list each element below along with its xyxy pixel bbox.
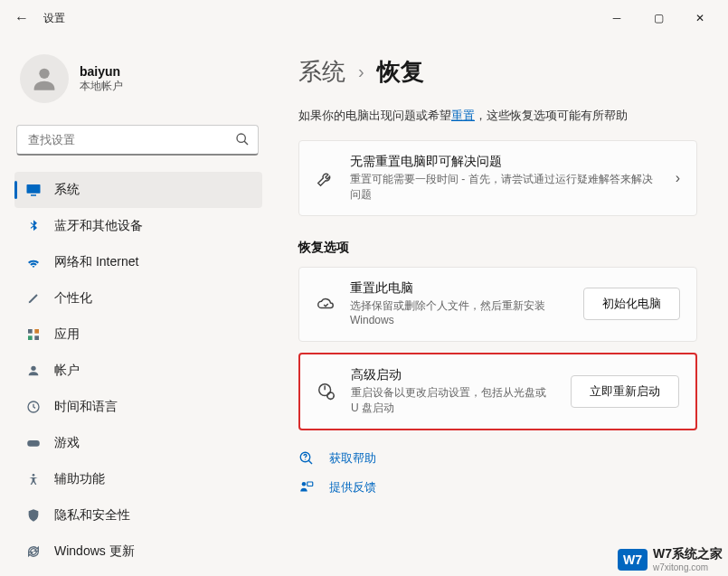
svg-point-12 [33,474,35,477]
svg-point-14 [327,392,334,399]
feedback-icon [298,479,315,496]
get-help-label: 获取帮助 [329,450,376,467]
nav-label: 时间和语言 [54,399,118,415]
troubleshoot-title: 无需重置电脑即可解决问题 [350,154,661,170]
svg-line-16 [308,460,312,464]
window-title: 设置 [43,11,65,26]
apps-icon [25,326,42,343]
nav-network[interactable]: 网络和 Internet [14,244,262,280]
svg-point-1 [237,134,245,142]
shield-icon [25,507,42,524]
nav-apps[interactable]: 应用 [14,316,262,353]
watermark-url: w7xitong.com [653,562,723,572]
watermark: W7 W7系统之家 w7xitong.com [618,546,723,572]
svg-rect-18 [307,482,313,486]
minimize-button[interactable]: ─ [596,4,638,33]
nav-label: 辅助功能 [54,471,105,487]
svg-rect-8 [34,335,39,340]
chevron-right-icon: › [676,170,680,186]
troubleshoot-desc: 重置可能需要一段时间 - 首先，请尝试通过运行疑难解答来解决问题 [350,172,661,203]
wrench-icon [316,168,336,188]
svg-rect-5 [28,329,33,334]
feedback-label: 提供反馈 [329,479,376,496]
advanced-startup-desc: 重启设备以更改启动设置，包括从光盘或 U 盘启动 [351,385,556,416]
person-icon [25,363,42,379]
nav-accounts[interactable]: 帐户 [14,353,262,389]
nav-accessibility[interactable]: 辅助功能 [14,461,262,497]
brush-icon [25,290,42,307]
nav-system[interactable]: 系统 [14,172,262,208]
nav-list: 系统 蓝牙和其他设备 网络和 Internet 个性化 应用 [14,172,271,570]
nav-label: Windows 更新 [54,543,135,560]
troubleshoot-card[interactable]: 无需重置电脑即可解决问题 重置可能需要一段时间 - 首先，请尝试通过运行疑难解答… [298,140,697,216]
advanced-startup-card: 高级启动 重启设备以更改启动设置，包括从光盘或 U 盘启动 立即重新启动 [298,353,697,430]
maximize-button[interactable]: ▢ [638,4,679,33]
titlebar: ← 设置 ─ ▢ ✕ [0,0,728,36]
svg-rect-11 [27,440,40,447]
accessibility-icon [25,471,42,487]
main-content: 系统 › 恢复 如果你的电脑出现问题或希望重置，这些恢复选项可能有所帮助 无需重… [271,36,728,576]
svg-rect-7 [28,335,33,340]
reset-pc-title: 重置此电脑 [350,280,569,297]
cloud-reset-icon [316,294,336,314]
intro-text: 如果你的电脑出现问题或希望重置，这些恢复选项可能有所帮助 [298,108,697,124]
nav-label: 帐户 [54,363,80,379]
update-icon [25,543,42,560]
avatar [20,54,69,103]
nav-label: 游戏 [54,435,80,451]
reset-pc-card: 重置此电脑 选择保留或删除个人文件，然后重新安装 Windows 初始化电脑 [298,267,697,343]
nav-personalization[interactable]: 个性化 [14,280,262,316]
get-help-link[interactable]: 获取帮助 [298,450,697,467]
power-gear-icon [317,382,336,401]
watermark-badge: W7 [618,549,648,571]
nav-gaming[interactable]: 游戏 [14,425,262,461]
nav-time-language[interactable]: 时间和语言 [14,389,262,425]
recovery-options-title: 恢复选项 [298,240,697,256]
nav-label: 个性化 [54,290,92,307]
svg-rect-6 [34,329,39,334]
restart-now-button[interactable]: 立即重新启动 [571,375,679,408]
profile[interactable]: baiyun 本地帐户 [14,45,271,121]
clock-icon [25,399,42,415]
svg-point-9 [31,366,35,371]
nav-label: 蓝牙和其他设备 [54,218,143,234]
search-input[interactable] [16,125,259,156]
help-icon [298,450,315,467]
advanced-startup-title: 高级启动 [351,367,556,383]
reset-pc-desc: 选择保留或删除个人文件，然后重新安装 Windows [350,298,569,329]
gamepad-icon [25,435,42,451]
nav-label: 应用 [54,326,80,343]
svg-rect-4 [31,194,36,196]
wifi-icon [25,254,42,270]
svg-point-17 [302,482,307,486]
reset-pc-button[interactable]: 初始化电脑 [583,288,680,320]
reset-link[interactable]: 重置 [451,109,475,122]
nav-privacy[interactable]: 隐私和安全性 [14,497,262,534]
nav-bluetooth[interactable]: 蓝牙和其他设备 [14,208,262,244]
close-button[interactable]: ✕ [679,4,721,33]
nav-label: 隐私和安全性 [54,507,130,524]
feedback-link[interactable]: 提供反馈 [298,479,697,496]
search-icon [235,132,250,149]
back-button[interactable]: ← [7,4,36,33]
svg-point-0 [39,69,49,79]
system-icon [25,182,42,198]
profile-name: baiyun [80,64,123,79]
svg-rect-3 [27,184,41,194]
nav-label: 网络和 Internet [54,254,138,270]
breadcrumb-current: 恢复 [377,56,424,88]
breadcrumb: 系统 › 恢复 [298,56,697,88]
breadcrumb-root[interactable]: 系统 [298,56,345,88]
chevron-right-icon: › [358,61,364,82]
svg-line-2 [244,141,248,145]
sidebar: baiyun 本地帐户 系统 蓝牙和其他设备 [0,36,271,576]
nav-windows-update[interactable]: Windows 更新 [14,534,262,570]
nav-label: 系统 [54,182,80,198]
bluetooth-icon [25,218,42,234]
profile-subtitle: 本地帐户 [80,79,123,94]
watermark-text: W7系统之家 [653,546,723,561]
